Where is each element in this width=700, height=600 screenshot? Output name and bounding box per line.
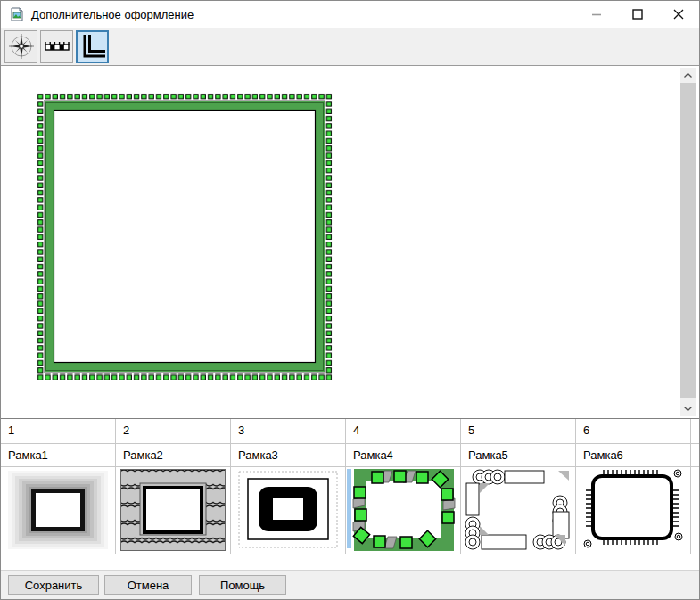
gallery-number-cell[interactable]: 2: [116, 419, 231, 443]
save-button[interactable]: Сохранить: [8, 575, 99, 595]
maximize-icon: [632, 9, 643, 20]
thumbnail-frame1[interactable]: [1, 467, 116, 554]
compass-rose-icon: [8, 33, 35, 60]
close-button[interactable]: [658, 1, 699, 28]
close-icon: [673, 9, 684, 20]
frame2-art: [120, 469, 226, 551]
scroll-down-button[interactable]: [680, 401, 696, 416]
thumbnail-frame5[interactable]: [461, 467, 576, 554]
gallery-name-cell[interactable]: Рамка2: [116, 444, 231, 466]
image-document-icon: [10, 7, 24, 21]
gallery-name-cell[interactable]: Рамка3: [231, 444, 346, 466]
gallery-number-cell[interactable]: 5: [461, 419, 576, 443]
gallery-number-cell[interactable]: 3: [231, 419, 346, 443]
gallery-number-cell[interactable]: 6: [576, 419, 691, 443]
thumbnail-frame3[interactable]: [231, 467, 346, 554]
cancel-button[interactable]: Отмена: [104, 575, 192, 595]
scrollbar-thumb[interactable]: [680, 83, 696, 398]
chevron-down-icon: [684, 407, 692, 411]
gallery-name-cell[interactable]: Рамка5: [461, 444, 576, 466]
frame-decoration-button[interactable]: [76, 30, 109, 63]
scale-bar-icon: [44, 33, 70, 60]
selection-indicator: [347, 469, 351, 548]
thumbnail-frame4[interactable]: [346, 467, 461, 554]
thumbnail-frame6[interactable]: [576, 467, 691, 554]
frame4-art: [352, 469, 456, 551]
thumbnail-frame2[interactable]: [116, 467, 231, 554]
scale-bar-button[interactable]: [40, 30, 73, 63]
scroll-up-button[interactable]: [680, 68, 696, 83]
north-arrow-button[interactable]: [4, 30, 37, 63]
minimize-button[interactable]: [576, 1, 617, 28]
maximize-button[interactable]: [617, 1, 658, 28]
gallery-number-cell[interactable]: 1: [1, 419, 116, 443]
footer-bar: Сохранить Отмена Помощь: [1, 570, 699, 599]
frame5-art: [465, 469, 571, 551]
frame6-art: [581, 469, 686, 551]
frame-preview-art: [37, 93, 333, 380]
gallery-name-row: Рамка1 Рамка2 Рамка3 Рамка4 Рамка5 Рамка…: [1, 444, 699, 467]
frame-corner-icon: [79, 33, 106, 60]
gallery-name-cell[interactable]: Рамка6: [576, 444, 691, 466]
frame1-art: [5, 469, 111, 551]
toolbar: [1, 28, 699, 66]
gallery-number-row: 1 2 3 4 5 6: [1, 419, 699, 444]
frame-preview-pane: [1, 66, 699, 418]
gallery-name-cell[interactable]: Рамка4: [346, 444, 461, 466]
dialog-window: Дополнительное оформление: [0, 0, 700, 600]
help-button[interactable]: Помощь: [199, 575, 286, 595]
window-title: Дополнительное оформление: [31, 8, 194, 21]
frame3-art: [235, 469, 341, 551]
chevron-up-icon: [684, 73, 692, 78]
title-bar[interactable]: Дополнительное оформление: [1, 1, 699, 28]
minimize-icon: [592, 10, 602, 20]
gallery-number-cell[interactable]: 4: [346, 419, 461, 443]
frame-gallery: 1 2 3 4 5 6 Рамка1 Рамка2 Рамка3 Рамка4 …: [1, 418, 699, 570]
vertical-scrollbar[interactable]: [680, 68, 696, 416]
gallery-name-cell[interactable]: Рамка1: [1, 444, 116, 466]
gallery-thumbnail-row: [1, 467, 699, 554]
